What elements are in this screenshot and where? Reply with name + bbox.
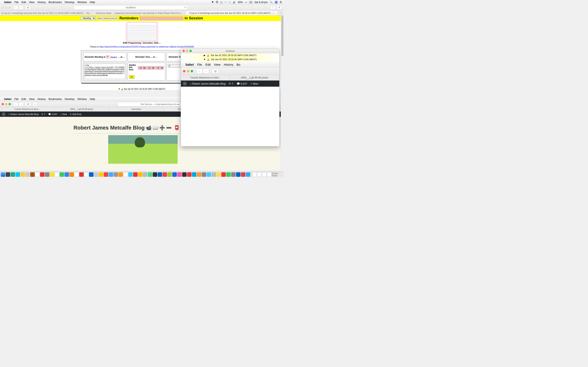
dock-app-icon[interactable] [55, 172, 59, 177]
dock-app-icon[interactable] [60, 172, 64, 177]
dock-app-icon[interactable] [6, 172, 10, 177]
dock-app-icon[interactable] [192, 172, 196, 177]
menu-history[interactable]: History [37, 1, 45, 4]
popup-titlebar[interactable]: localhost [181, 49, 279, 53]
dock-app-icon[interactable] [202, 172, 206, 177]
dock-app-icon[interactable] [236, 172, 241, 177]
session-input[interactable] [140, 17, 183, 20]
reload-icon[interactable]: ⟳ [184, 6, 186, 9]
dock-app-icon[interactable] [207, 172, 211, 177]
dock-app-icon[interactable] [182, 172, 187, 177]
dock-app-icon[interactable] [40, 172, 44, 177]
dock-app-icon[interactable] [104, 172, 108, 177]
dock-app-icon[interactable] [16, 172, 20, 177]
make-standing-order-button[interactable]: Make a Standing Order the [97, 17, 118, 20]
menu-bookmarks[interactable]: Bookmarks [49, 1, 62, 4]
notification-center-icon[interactable]: ☰ [280, 1, 282, 4]
dock-app-icon[interactable] [84, 172, 89, 177]
menu-develop[interactable]: Develop [65, 1, 75, 4]
scrollbar-thumb[interactable] [281, 16, 283, 56]
dock-app-icon[interactable] [216, 172, 221, 177]
dock-app-icon[interactable] [148, 172, 152, 177]
dock[interactable]: Queue: empty [0, 171, 284, 177]
traffic-lights[interactable] [2, 6, 11, 8]
dock-app-icon[interactable] [128, 172, 133, 177]
dock-app-icon[interactable] [69, 172, 74, 177]
dock-app-icon[interactable] [172, 172, 177, 177]
menu-edit[interactable]: Edit [21, 1, 26, 4]
dock-app-icon[interactable] [212, 172, 216, 177]
dock-app-icon[interactable] [252, 172, 257, 177]
dock-finder-icon[interactable] [1, 172, 5, 177]
dock-app-icon[interactable] [267, 172, 271, 177]
dock-app-icon[interactable] [257, 172, 261, 177]
go-button[interactable]: Go [129, 75, 135, 79]
dock-app-icon[interactable] [11, 172, 15, 177]
calendar-icon[interactable]: 30 [249, 1, 252, 3]
tabs-button[interactable]: ⧉ [277, 6, 282, 9]
dock-app-icon[interactable] [99, 172, 103, 177]
dock-app-icon[interactable] [25, 172, 30, 177]
dock-app-icon[interactable] [163, 172, 167, 177]
dock-app-icon[interactable] [262, 172, 267, 177]
airplay-icon[interactable]: ▢ [220, 1, 223, 4]
dock-app-icon[interactable] [246, 172, 250, 177]
tab-0[interactable]: 12 (up to 1 remaining) seconds from Sat … [0, 11, 93, 15]
minute-select[interactable]: 16 [147, 66, 155, 69]
choose-file-link[interactable]: Choose F [111, 56, 117, 58]
dock-app-icon[interactable] [94, 172, 98, 177]
status-icon[interactable]: Ⓜ [216, 0, 218, 4]
thanks-link[interactable]: https://stackoverflow.com/questions/3232… [99, 46, 194, 48]
battery-percent[interactable]: 50% [238, 1, 243, 4]
wording-textarea[interactable]: <img src=data:image/jpeg;base64,/9j/4AAQ… [84, 64, 125, 79]
forward-button[interactable]: › [18, 6, 24, 9]
dock-app-icon[interactable] [158, 172, 162, 177]
dock-app-icon[interactable] [133, 172, 138, 177]
dock-app-icon[interactable] [167, 172, 172, 177]
dock-app-icon[interactable] [187, 172, 191, 177]
dock-app-icon[interactable] [241, 172, 245, 177]
app-name[interactable]: Safari [4, 1, 11, 4]
sidebar-button[interactable]: ▥ [25, 6, 31, 9]
address-bar[interactable]: localhost ⟳ [73, 5, 188, 10]
bluetooth-icon[interactable]: ⚲ [225, 1, 226, 4]
dock-app-icon[interactable] [50, 172, 54, 177]
standing-select[interactable]: Standing [81, 17, 96, 20]
wifi-icon[interactable]: ⬚ [228, 1, 231, 4]
dock-app-icon[interactable] [65, 172, 69, 177]
dock-app-icon[interactable] [231, 172, 236, 177]
dock-app-icon[interactable] [113, 172, 118, 177]
back-button[interactable]: ‹ [13, 6, 18, 9]
menu-help[interactable]: Help [90, 1, 95, 4]
dock-app-icon[interactable] [177, 172, 182, 177]
dock-app-icon[interactable] [153, 172, 157, 177]
volume-icon[interactable]: 🔊 [233, 1, 236, 4]
menu-window[interactable]: Window [77, 1, 87, 4]
dock-app-icon[interactable] [221, 172, 226, 177]
hour-select[interactable]: 18 [138, 66, 146, 69]
dock-app-icon[interactable] [143, 172, 147, 177]
dock-app-icon[interactable] [226, 172, 231, 177]
siri-icon[interactable] [275, 1, 278, 4]
dock-app-icon[interactable] [123, 172, 128, 177]
dock-app-icon[interactable] [118, 172, 123, 177]
battery-icon[interactable]: ▭ [245, 1, 247, 4]
dock-app-icon[interactable] [74, 172, 79, 177]
dock-app-icon[interactable] [30, 172, 35, 177]
dock-app-icon[interactable] [20, 172, 25, 177]
dock-app-icon[interactable] [35, 172, 40, 177]
new-tab-button[interactable]: + [278, 11, 284, 15]
status-icon[interactable]: ⚑ [212, 1, 214, 4]
spotlight-icon[interactable]: 🔍 [270, 1, 273, 4]
menu-file[interactable]: File [14, 1, 18, 4]
second-select[interactable]: 18 [155, 66, 164, 69]
menu-view[interactable]: View [29, 1, 35, 4]
dock-app-icon[interactable] [138, 172, 143, 177]
localhost-popup[interactable]: localhost ▶🔔Sat Jan 02 2021 18:16:18 GMT… [181, 49, 279, 146]
tab-1[interactable]: Voiceover ideas ... Supervise and synchr… [93, 11, 185, 15]
dock-app-icon[interactable] [197, 172, 201, 177]
dock-app-icon[interactable] [89, 172, 94, 177]
dock-app-icon[interactable] [79, 172, 84, 177]
dock-app-icon[interactable] [109, 172, 113, 177]
dock-app-icon[interactable] [45, 172, 49, 177]
